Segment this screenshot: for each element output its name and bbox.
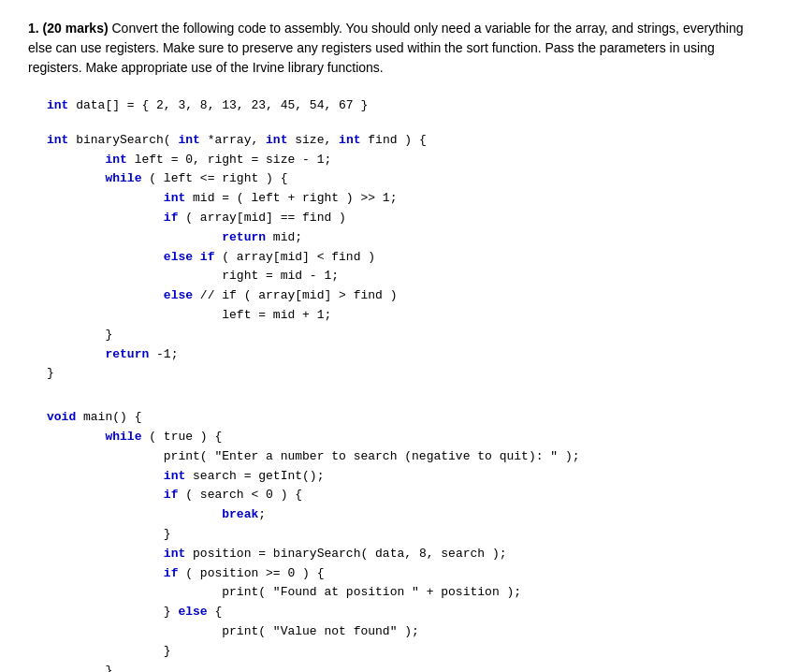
main-function: void main() { while ( true ) { print( "E… — [47, 408, 771, 672]
question-number: 1. (20 marks) — [28, 21, 109, 36]
code-block: int data[] = { 2, 3, 8, 13, 23, 45, 54, … — [28, 96, 771, 672]
binary-search-function: int binarySearch( int *array, int size, … — [47, 131, 771, 384]
question-text: 1. (20 marks) Convert the following code… — [28, 19, 771, 78]
question-container: 1. (20 marks) Convert the following code… — [28, 19, 771, 672]
data-declaration-line: int data[] = { 2, 3, 8, 13, 23, 45, 54, … — [47, 96, 771, 116]
